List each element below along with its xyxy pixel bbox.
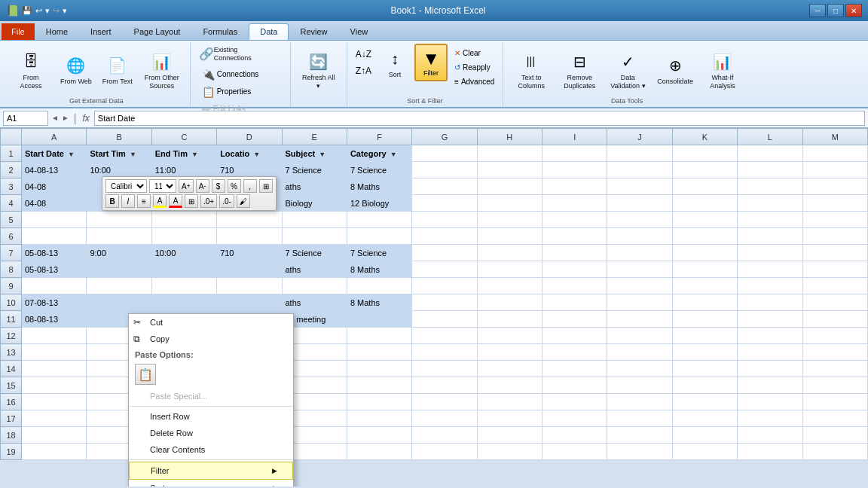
highlight-color-btn[interactable]: A: [153, 194, 167, 208]
cell-h6[interactable]: [477, 228, 542, 245]
dollar-btn[interactable]: $: [212, 179, 225, 193]
cell-e3[interactable]: aths: [282, 178, 347, 195]
advanced-button[interactable]: ≡ Advanced: [451, 75, 498, 88]
cell-f1[interactable]: Category ▼: [347, 145, 411, 162]
tab-review[interactable]: Review: [289, 23, 338, 40]
cell-e10[interactable]: aths: [282, 294, 347, 311]
cell-m9[interactable]: [802, 278, 868, 294]
cell-i9[interactable]: [542, 278, 607, 294]
ctx-sort[interactable]: Sort ▶: [129, 480, 293, 486]
col-header-d[interactable]: D: [217, 129, 282, 145]
col-header-k[interactable]: K: [672, 129, 737, 145]
cell-i7[interactable]: [542, 245, 607, 261]
cell-f9[interactable]: [347, 278, 411, 294]
cell-d5[interactable]: [217, 212, 282, 228]
cell-e6[interactable]: [282, 228, 347, 245]
from-access-button[interactable]: 🗄 From Access: [8, 47, 54, 93]
ctx-paste-special[interactable]: Paste Special...: [129, 388, 293, 404]
cell-i2[interactable]: [542, 162, 607, 178]
tab-formulas[interactable]: Formulas: [191, 23, 249, 40]
cell-d7[interactable]: 710: [217, 245, 282, 261]
cell-b9[interactable]: [87, 278, 151, 294]
cell-e2[interactable]: 7 Science: [282, 162, 347, 178]
cell-h5[interactable]: [477, 212, 542, 228]
save-btn[interactable]: 💾: [22, 6, 32, 16]
cell-e1[interactable]: Subject ▼: [282, 145, 347, 162]
close-btn[interactable]: ✕: [845, 4, 862, 17]
cell-d9[interactable]: [217, 278, 282, 294]
from-other-sources-button[interactable]: 📊 From Other Sources: [139, 47, 185, 93]
cell-m11[interactable]: [802, 311, 868, 328]
cell-m8[interactable]: [802, 261, 868, 278]
redo-btn[interactable]: ↪: [53, 6, 60, 16]
cell-f8[interactable]: 8 Maths: [347, 261, 411, 278]
cell-f7[interactable]: 7 Science: [347, 245, 411, 261]
cell-e8[interactable]: aths: [282, 261, 347, 278]
cell-j9[interactable]: [607, 278, 672, 294]
cell-h7[interactable]: [477, 245, 542, 261]
cell-c6[interactable]: [151, 228, 216, 245]
col-header-g[interactable]: G: [412, 129, 477, 145]
reapply-button[interactable]: ↺ Reapply: [451, 61, 498, 74]
col-header-c[interactable]: C: [151, 129, 216, 145]
cell-j6[interactable]: [607, 228, 672, 245]
cell-c8[interactable]: [151, 261, 216, 278]
cell-f10[interactable]: 8 Maths: [347, 294, 411, 311]
cell-i10[interactable]: [542, 294, 607, 311]
data-validation-button[interactable]: ✓ Data Validation ▾: [604, 47, 651, 93]
cell-f3[interactable]: 8 Maths: [347, 178, 411, 195]
row-num-11[interactable]: 11: [1, 311, 22, 328]
cell-j7[interactable]: [607, 245, 672, 261]
row-num-3[interactable]: 3: [1, 178, 22, 195]
cell-a6[interactable]: [22, 228, 87, 245]
cell-b1[interactable]: Start Tim ▼: [87, 145, 151, 162]
cell-b7[interactable]: 9:00: [87, 245, 151, 261]
cell-g10[interactable]: [412, 294, 477, 311]
cell-d6[interactable]: [217, 228, 282, 245]
from-web-button[interactable]: 🌐 From Web: [56, 50, 96, 89]
col-header-a[interactable]: A: [22, 129, 87, 145]
connections-button[interactable]: 🔌 Connections: [198, 66, 263, 83]
cell-j10[interactable]: [607, 294, 672, 311]
cell-l8[interactable]: [738, 261, 802, 278]
cell-l9[interactable]: [738, 278, 802, 294]
cell-j11[interactable]: [607, 311, 672, 328]
row-num-2[interactable]: 2: [1, 162, 22, 178]
col-header-h[interactable]: H: [477, 129, 542, 145]
cell-g3[interactable]: [412, 178, 477, 195]
col-header-f[interactable]: F: [347, 129, 411, 145]
cell-a9[interactable]: [22, 278, 87, 294]
ctx-filter[interactable]: Filter ▶: [129, 462, 293, 480]
cell-h10[interactable]: [477, 294, 542, 311]
tab-file[interactable]: File: [2, 23, 35, 40]
col-header-m[interactable]: M: [802, 129, 868, 145]
format-painter-btn[interactable]: 🖌: [237, 194, 250, 208]
cell-h11[interactable]: [477, 311, 542, 328]
decrease-font-btn[interactable]: A-: [196, 179, 209, 193]
col-header-j[interactable]: J: [607, 129, 672, 145]
cell-a10[interactable]: 07-08-13: [22, 294, 87, 311]
ctx-copy[interactable]: ⧉ Copy: [129, 331, 293, 347]
text-to-columns-button[interactable]: ⫼ Text to Columns: [508, 47, 555, 93]
cell-i6[interactable]: [542, 228, 607, 245]
font-size-select[interactable]: 11: [149, 179, 176, 193]
cell-l2[interactable]: [738, 162, 802, 178]
cell-f11[interactable]: [347, 311, 411, 328]
cell-m5[interactable]: [802, 212, 868, 228]
refresh-all-button[interactable]: 🔄 Refresh All ▾: [295, 47, 342, 93]
cell-b10[interactable]: [87, 294, 151, 311]
what-if-button[interactable]: 📊 What-If Analysis: [699, 47, 746, 93]
tab-view[interactable]: View: [339, 23, 380, 40]
cell-g8[interactable]: [412, 261, 477, 278]
cell-e7[interactable]: 7 Science: [282, 245, 347, 261]
cell-i4[interactable]: [542, 195, 607, 212]
cell-d1[interactable]: Locatio ▼: [217, 145, 282, 162]
bold-btn[interactable]: B: [105, 194, 119, 208]
maximize-btn[interactable]: □: [827, 4, 844, 17]
font-family-select[interactable]: Calibri: [105, 179, 147, 193]
cell-m10[interactable]: [802, 294, 868, 311]
cell-d8[interactable]: [217, 261, 282, 278]
cell-j8[interactable]: [607, 261, 672, 278]
tab-page-layout[interactable]: Page Layout: [123, 23, 192, 40]
cell-m2[interactable]: [802, 162, 868, 178]
